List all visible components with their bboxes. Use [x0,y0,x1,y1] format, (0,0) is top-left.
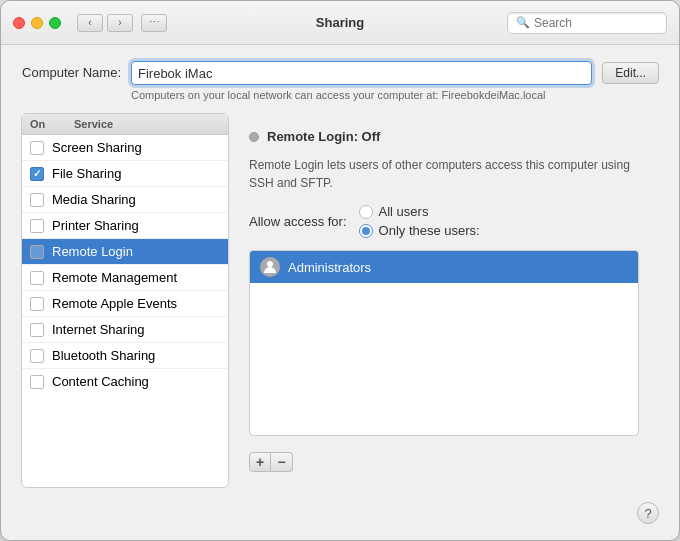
right-panel: Remote Login: Off Remote Login lets user… [229,113,659,488]
search-box: 🔍 [507,12,667,34]
service-name-remote-management: Remote Management [52,270,177,285]
computer-name-right: Edit... Computers on your local network … [131,61,659,101]
radio-label-all-users: All users [379,204,429,219]
radio-option-all-users[interactable]: All users [359,204,480,219]
svg-point-0 [267,261,273,267]
computer-name-input[interactable] [131,61,592,85]
titlebar: ‹ › ⋯ Sharing 🔍 [1,1,679,45]
checkbox-remote-management[interactable] [30,271,44,285]
list-controls: + − [249,452,639,472]
search-input[interactable] [534,16,658,30]
status-label: Remote Login: Off [267,129,380,144]
service-name-internet-sharing: Internet Sharing [52,322,145,337]
edit-button[interactable]: Edit... [602,62,659,84]
user-name-admins: Administrators [288,260,371,275]
maximize-button[interactable] [49,17,61,29]
service-item-file-sharing[interactable]: File Sharing [22,161,228,187]
grid-button[interactable]: ⋯ [141,14,167,32]
users-list: Administrators [249,250,639,436]
remove-user-button[interactable]: − [271,452,293,472]
service-item-content-caching[interactable]: Content Caching [22,369,228,394]
checkbox-file-sharing[interactable] [30,167,44,181]
checkbox-printer-sharing[interactable] [30,219,44,233]
service-list: On Service Screen Sharing File Sharing M… [21,113,229,488]
service-name-media-sharing: Media Sharing [52,192,136,207]
service-name-screen-sharing: Screen Sharing [52,140,142,155]
traffic-lights [13,17,61,29]
service-name-content-caching: Content Caching [52,374,149,389]
computer-name-label: Computer Name: [21,61,121,80]
computer-name-row: Computer Name: Edit... Computers on your… [21,61,659,101]
radio-option-only-these[interactable]: Only these users: [359,223,480,238]
status-row: Remote Login: Off [249,129,639,144]
user-avatar-icon [260,257,280,277]
main-panel: On Service Screen Sharing File Sharing M… [21,113,659,488]
nav-buttons: ‹ › [77,14,133,32]
checkbox-remote-apple-events[interactable] [30,297,44,311]
forward-button[interactable]: › [107,14,133,32]
service-name-bluetooth-sharing: Bluetooth Sharing [52,348,155,363]
close-button[interactable] [13,17,25,29]
help-button[interactable]: ? [637,502,659,524]
service-item-internet-sharing[interactable]: Internet Sharing [22,317,228,343]
access-row: Allow access for: All users Only these u… [249,204,639,238]
checkbox-internet-sharing[interactable] [30,323,44,337]
service-list-header: On Service [22,114,228,135]
service-name-remote-login: Remote Login [52,244,133,259]
access-label: Allow access for: [249,214,347,229]
service-name-printer-sharing: Printer Sharing [52,218,139,233]
checkbox-media-sharing[interactable] [30,193,44,207]
service-name-remote-apple-events: Remote Apple Events [52,296,177,311]
service-item-media-sharing[interactable]: Media Sharing [22,187,228,213]
status-indicator [249,132,259,142]
window-title: Sharing [316,15,364,30]
service-item-bluetooth-sharing[interactable]: Bluetooth Sharing [22,343,228,369]
local-address: Computers on your local network can acce… [131,89,659,101]
add-user-button[interactable]: + [249,452,271,472]
checkbox-content-caching[interactable] [30,375,44,389]
radio-all-users[interactable] [359,205,373,219]
content-area: Computer Name: Edit... Computers on your… [1,45,679,504]
description-text: Remote Login lets users of other compute… [249,156,639,192]
checkbox-remote-login[interactable] [30,245,44,259]
service-item-screen-sharing[interactable]: Screen Sharing [22,135,228,161]
bottom-bar: ? [1,504,679,540]
search-icon: 🔍 [516,16,530,29]
name-input-row: Edit... [131,61,659,85]
service-item-remote-login[interactable]: Remote Login [22,239,228,265]
back-button[interactable]: ‹ [77,14,103,32]
radio-label-only-these: Only these users: [379,223,480,238]
radio-group: All users Only these users: [359,204,480,238]
minimize-button[interactable] [31,17,43,29]
checkbox-screen-sharing[interactable] [30,141,44,155]
service-item-remote-apple-events[interactable]: Remote Apple Events [22,291,228,317]
service-name-file-sharing: File Sharing [52,166,121,181]
checkbox-bluetooth-sharing[interactable] [30,349,44,363]
radio-only-these[interactable] [359,224,373,238]
window: ‹ › ⋯ Sharing 🔍 Computer Name: Edit... [0,0,680,541]
service-item-printer-sharing[interactable]: Printer Sharing [22,213,228,239]
service-item-remote-management[interactable]: Remote Management [22,265,228,291]
user-list-item-admins[interactable]: Administrators [250,251,638,283]
